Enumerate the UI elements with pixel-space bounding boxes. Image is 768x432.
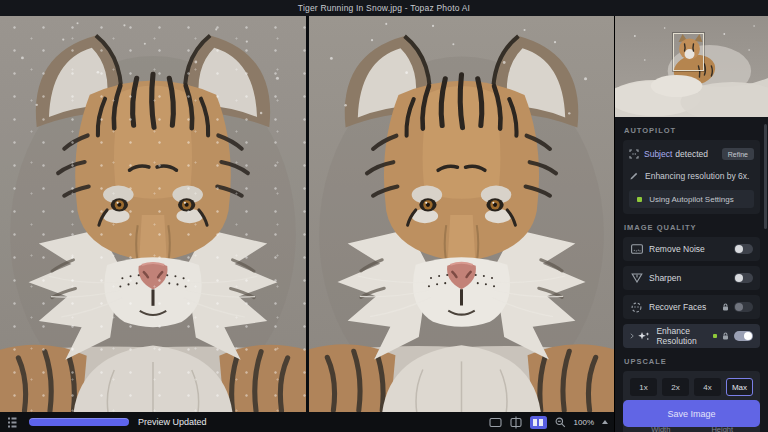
lock-icon bbox=[722, 303, 729, 311]
autopilot-settings-label: Using Autopilot Settings bbox=[649, 195, 734, 204]
scale-max-button[interactable]: Max bbox=[726, 378, 753, 396]
after-image[interactable] bbox=[309, 16, 614, 412]
subject-detected-row: Subject detected Refine bbox=[629, 146, 754, 162]
face-icon bbox=[630, 302, 643, 313]
edit-pencil-icon bbox=[629, 171, 639, 181]
scale-2x-button[interactable]: 2x bbox=[662, 378, 689, 396]
recover-faces-label: Recover Faces bbox=[649, 302, 706, 312]
remove-noise-label: Remove Noise bbox=[649, 244, 705, 254]
enhancing-row: Enhancing resolution by 6x. bbox=[629, 170, 754, 182]
recover-faces-row[interactable]: Recover Faces bbox=[623, 295, 760, 319]
navigator-thumbnail[interactable] bbox=[615, 16, 768, 117]
remove-noise-row[interactable]: Remove Noise bbox=[623, 237, 760, 261]
subject-frame-icon bbox=[629, 149, 639, 159]
sparkles-icon bbox=[638, 331, 650, 342]
autopilot-status-dot bbox=[637, 197, 642, 202]
single-view-icon[interactable] bbox=[489, 417, 502, 428]
zoom-level[interactable]: 100% bbox=[574, 418, 594, 427]
save-image-button[interactable]: Save Image bbox=[623, 400, 760, 427]
enhance-status-dot bbox=[713, 334, 717, 338]
autopilot-card: Subject detected Refine Enhancing resolu… bbox=[623, 140, 760, 214]
enhance-resolution-label: Enhance Resolution bbox=[656, 326, 713, 346]
autopilot-settings-button[interactable]: Using Autopilot Settings bbox=[629, 190, 754, 208]
navigator-viewport-box[interactable] bbox=[673, 33, 704, 71]
autopilot-header: AUTOPILOT bbox=[624, 126, 759, 135]
progress-bar bbox=[29, 418, 129, 426]
image-quality-header: IMAGE QUALITY bbox=[624, 223, 759, 232]
side-by-side-view-icon[interactable] bbox=[530, 416, 547, 429]
subject-status: detected bbox=[675, 149, 708, 159]
chevron-right-icon[interactable] bbox=[630, 332, 634, 340]
queue-icon[interactable] bbox=[8, 417, 17, 428]
sharpen-label: Sharpen bbox=[649, 273, 681, 283]
lock-icon bbox=[722, 332, 729, 340]
upscale-header: UPSCALE bbox=[624, 357, 759, 366]
zoom-caret-icon[interactable] bbox=[602, 420, 608, 424]
sharpen-icon bbox=[630, 273, 643, 283]
comparison-canvas bbox=[0, 16, 614, 412]
enhance-resolution-toggle[interactable] bbox=[734, 331, 753, 341]
settings-sidebar: AUTOPILOT Subject detected Refine Enhanc… bbox=[614, 16, 768, 432]
scale-1x-button[interactable]: 1x bbox=[630, 378, 657, 396]
sidebar-scrollbar[interactable] bbox=[764, 124, 767, 229]
status-bar: Preview Updated 100% bbox=[0, 412, 614, 432]
sharpen-row[interactable]: Sharpen bbox=[623, 266, 760, 290]
remove-noise-toggle[interactable] bbox=[734, 244, 753, 254]
subject-label: Subject bbox=[644, 149, 672, 159]
window-title: Tiger Running In Snow.jpg - Topaz Photo … bbox=[0, 0, 768, 16]
scale-4x-button[interactable]: 4x bbox=[694, 378, 721, 396]
recover-faces-toggle[interactable] bbox=[734, 302, 753, 312]
before-image[interactable] bbox=[0, 16, 306, 412]
zoom-out-icon[interactable] bbox=[555, 417, 566, 428]
refine-button[interactable]: Refine bbox=[722, 148, 754, 160]
noise-icon bbox=[630, 244, 643, 254]
sharpen-toggle[interactable] bbox=[734, 273, 753, 283]
enhance-resolution-row[interactable]: Enhance Resolution bbox=[623, 324, 760, 348]
enhancing-text: Enhancing resolution by 6x. bbox=[645, 171, 749, 181]
status-text: Preview Updated bbox=[138, 417, 207, 427]
split-view-icon[interactable] bbox=[510, 416, 522, 429]
